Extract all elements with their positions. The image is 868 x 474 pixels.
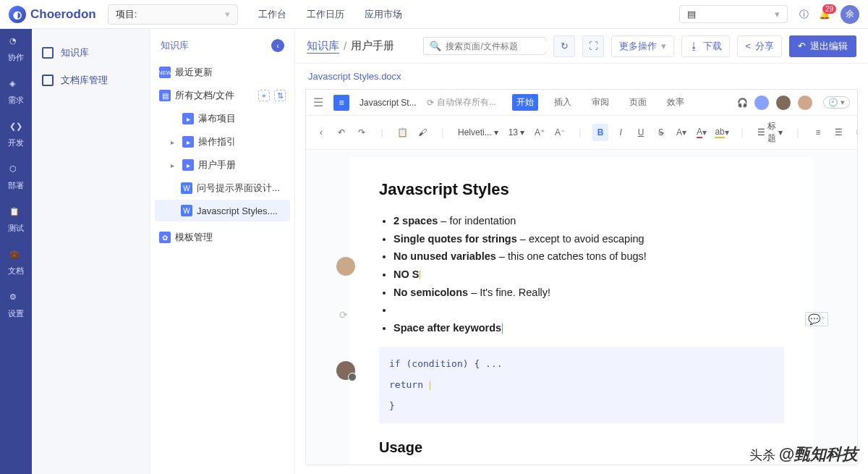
- heading-select[interactable]: ☰ 标题 ▾: [754, 120, 786, 145]
- rail-docs[interactable]: 💼文档: [8, 250, 24, 276]
- rail-collab[interactable]: ◔协作: [8, 36, 24, 63]
- tree-recent[interactable]: NEW 最近更新: [155, 61, 290, 84]
- refresh-button[interactable]: ↻: [553, 35, 575, 57]
- tree-item-guide[interactable]: ▸▸ 操作指引: [155, 130, 290, 153]
- stack-icon: ▤: [687, 9, 696, 20]
- tab-start[interactable]: 开始: [512, 94, 538, 111]
- collab-avatar-2[interactable]: [775, 95, 791, 111]
- chevron-left-icon[interactable]: ‹: [313, 124, 329, 141]
- expand-icon[interactable]: ▸: [171, 138, 178, 146]
- watermark: 头杀 @甄知科技: [749, 444, 858, 465]
- document-area[interactable]: ⟳ 💬⁺ Javascript Styles 2 spaces – for in…: [306, 150, 857, 465]
- italic-button[interactable]: I: [613, 124, 629, 141]
- tree-item-design[interactable]: W 问号提示界面设计...: [155, 177, 290, 200]
- paste-button[interactable]: 📋: [394, 124, 410, 141]
- format-painter-button[interactable]: 🖌: [414, 124, 430, 141]
- nav-workbench[interactable]: 工作台: [258, 8, 286, 21]
- docs-icon: ▤: [159, 90, 171, 101]
- notifications-icon[interactable]: 🔔 29: [819, 9, 830, 20]
- doc-heading-2: Usage: [379, 439, 784, 456]
- align-center-button[interactable]: ☰: [830, 124, 846, 141]
- strike-button[interactable]: S̶: [653, 124, 669, 141]
- back-button[interactable]: ‹: [271, 39, 284, 52]
- font-select[interactable]: Helveti... ▾: [455, 127, 501, 137]
- bullet-item: No unused variables – this one catches t…: [393, 247, 784, 266]
- autosave-status: ⟳ 自动保存所有...: [427, 96, 496, 109]
- gear-icon: ✿: [159, 232, 171, 243]
- bullet-item: Single quotes for strings – except to av…: [393, 230, 784, 248]
- redo-button[interactable]: ↷: [354, 124, 370, 141]
- brand-name: Choerodon: [30, 7, 96, 22]
- editor: ☰ ≡ Javascript St... ⟳ 自动保存所有... 开始 插入 审…: [305, 89, 858, 465]
- tab-page[interactable]: 页面: [625, 94, 651, 111]
- add-doc-button[interactable]: +: [258, 90, 270, 101]
- collab-avatar-3[interactable]: [797, 95, 813, 111]
- tab-efficiency[interactable]: 效率: [663, 94, 689, 111]
- share-button[interactable]: <分享: [737, 35, 782, 57]
- user-avatar[interactable]: 余: [841, 5, 859, 24]
- document-page[interactable]: Javascript Styles 2 spaces – for indenta…: [350, 157, 813, 465]
- code-block: if (condition) { ... return }: [379, 347, 784, 423]
- exit-edit-button[interactable]: ↶退出编辑: [789, 35, 856, 57]
- nav-market[interactable]: 应用市场: [365, 8, 402, 21]
- align-right-button[interactable]: ≡: [851, 124, 857, 141]
- history-button[interactable]: 🕘 ▾: [823, 96, 850, 109]
- rail-dev[interactable]: ❮❯开发: [8, 122, 24, 148]
- rail-requirements[interactable]: ◈需求: [8, 79, 24, 106]
- collab-avatar-1[interactable]: [754, 95, 770, 111]
- decrease-font-button[interactable]: A⁻: [552, 124, 568, 141]
- rail-settings[interactable]: ⚙设置: [8, 292, 24, 319]
- tree-item-jsstyles[interactable]: W Javascript Styles....: [155, 200, 290, 221]
- menu-icon[interactable]: ☰: [313, 96, 323, 109]
- bullet-item: Space after keywords: [393, 319, 784, 337]
- download-button[interactable]: ⭳下载: [681, 35, 730, 57]
- undo-button[interactable]: ↶: [333, 124, 349, 141]
- crumb-root[interactable]: 知识库: [307, 39, 339, 54]
- tab-review[interactable]: 审阅: [587, 94, 613, 111]
- search-input[interactable]: 🔍: [423, 37, 546, 55]
- rail-deploy[interactable]: ⬡部署: [8, 164, 24, 191]
- book-icon: [42, 47, 54, 59]
- doc-bullet-list: 2 spaces – for indentationSingle quotes …: [379, 212, 784, 337]
- align-left-button[interactable]: ≡: [810, 124, 826, 141]
- sidebar-doc-mgmt[interactable]: 文档库管理: [32, 67, 150, 94]
- editor-tabs: 开始 插入 审阅 页面 效率: [512, 94, 689, 111]
- font-color-button[interactable]: A ▾: [694, 124, 710, 141]
- bullet-item: No semicolons – It's fine. Really!: [393, 284, 784, 302]
- project-selector[interactable]: 项目: ▾: [108, 4, 238, 25]
- comment-icon[interactable]: 💬⁺: [805, 312, 828, 326]
- context-selector[interactable]: ▤ ▾: [679, 5, 788, 23]
- tree-title: 知识库: [161, 39, 189, 52]
- font-size-select[interactable]: 13 ▾: [506, 127, 527, 137]
- search-field[interactable]: [446, 41, 554, 51]
- project-label: 项目:: [116, 8, 137, 21]
- brand-logo[interactable]: ◐ Choerodon: [9, 6, 96, 23]
- increase-font-button[interactable]: A⁺: [532, 124, 548, 141]
- topbar: ◐ Choerodon 项目: ▾ 工作台 工作日历 应用市场 ▤ ▾ ⓘ 🔔 …: [0, 0, 868, 29]
- doc-type-icon: ≡: [333, 95, 349, 111]
- bold-button[interactable]: B: [592, 124, 608, 141]
- help-icon[interactable]: ⓘ: [799, 8, 809, 21]
- headset-icon[interactable]: 🎧: [737, 98, 748, 108]
- fullscreen-button[interactable]: ⛶: [582, 35, 604, 57]
- tree-item-waterfall[interactable]: ▸ 瀑布项目: [155, 107, 290, 130]
- more-actions-button[interactable]: 更多操作▾: [611, 35, 674, 57]
- highlight-button[interactable]: ab ▾: [714, 124, 730, 141]
- tab-insert[interactable]: 插入: [550, 94, 576, 111]
- underline-button[interactable]: U: [633, 124, 649, 141]
- sort-button[interactable]: ⇅: [274, 90, 286, 101]
- tree-templates[interactable]: ✿ 模板管理: [155, 226, 290, 249]
- tree-sidebar: 知识库 ‹ NEW 最近更新 ▤ 所有文档/文件 + ⇅ ▸: [150, 29, 295, 474]
- tree-item-manual[interactable]: ▸▸ 用户手册: [155, 153, 290, 177]
- expand-icon[interactable]: ▸: [171, 161, 178, 169]
- doc-icon: ▸: [182, 136, 194, 148]
- bullet-item: [393, 301, 784, 319]
- doc-icon: ▸: [182, 113, 194, 124]
- doc-path[interactable]: Javascript Styles.docx: [295, 64, 868, 89]
- tree-all-docs[interactable]: ▤ 所有文档/文件 + ⇅: [155, 84, 290, 107]
- rail-test[interactable]: 📋测试: [8, 207, 24, 234]
- font-effects-button[interactable]: A▾: [673, 124, 689, 141]
- sidebar-knowledge[interactable]: 知识库: [32, 39, 150, 67]
- main-panel: 知识库 / 用户手册 🔍 ↻ ⛶ 更多操作▾ ⭳下载 <分享: [295, 29, 868, 474]
- nav-calendar[interactable]: 工作日历: [307, 8, 344, 21]
